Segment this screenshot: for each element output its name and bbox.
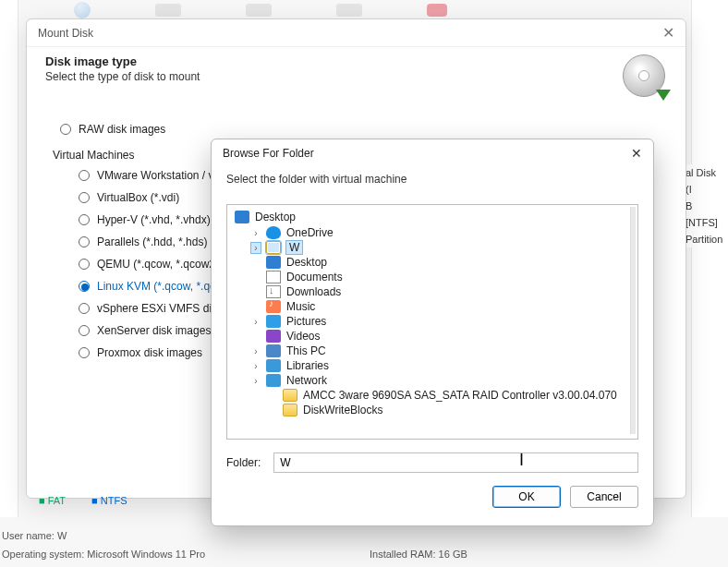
tree-root-label: Desktop bbox=[255, 211, 296, 223]
tree-item[interactable]: ›OneDrive bbox=[251, 225, 630, 240]
tree-item-label: Music bbox=[286, 300, 315, 313]
browse-folder-dialog: Browse For Folder ✕ Select the folder wi… bbox=[211, 139, 654, 526]
radio-icon bbox=[79, 325, 90, 336]
radio-xen-label: XenServer disk images bbox=[97, 324, 211, 337]
tree-item[interactable]: Videos bbox=[251, 329, 630, 344]
tree-item[interactable]: Desktop bbox=[251, 255, 630, 270]
user-value: W bbox=[57, 530, 67, 541]
tree-item[interactable]: DiskWriteBlocks bbox=[251, 403, 630, 417]
drive-icon bbox=[246, 4, 272, 17]
cancel-button[interactable]: Cancel bbox=[570, 486, 638, 508]
right-cropped-info: al Disk (I B [NTFS] Partition bbox=[686, 164, 724, 247]
radio-qemu-label: QEMU (*.qcow, *.qcow2, bbox=[97, 258, 218, 271]
tree-item-label: Network bbox=[286, 374, 327, 387]
bg-right-strip bbox=[691, 0, 728, 517]
scrollbar[interactable] bbox=[630, 207, 636, 434]
tree-item[interactable]: ›Libraries bbox=[251, 358, 630, 373]
mount-header: Disk image type Select the type of disk … bbox=[27, 47, 686, 112]
tree-item-label: Pictures bbox=[286, 315, 326, 328]
tree-item[interactable]: ›Network bbox=[251, 373, 630, 388]
tree-item[interactable]: Downloads bbox=[251, 284, 630, 299]
tree-item-label: Libraries bbox=[286, 359, 329, 372]
down-icon bbox=[266, 285, 281, 298]
browse-instruction: Select the folder with virtual machine bbox=[212, 167, 653, 195]
legend-ntfs: NTFS bbox=[101, 495, 127, 506]
tree-item[interactable]: Documents bbox=[251, 270, 630, 284]
tree-item-label: This PC bbox=[286, 344, 326, 357]
radio-icon bbox=[79, 281, 90, 292]
tree-item[interactable]: AMCC 3ware 9690SA SAS_SATA RAID Controll… bbox=[251, 388, 630, 403]
radio-icon bbox=[79, 236, 90, 247]
radio-vmware-label: VMware Workstation / vS bbox=[97, 169, 221, 182]
radio-icon bbox=[79, 192, 90, 203]
drive-icon bbox=[155, 4, 181, 17]
drive-icon bbox=[336, 4, 362, 17]
status-ram: Installed RAM: 16 GB bbox=[370, 549, 467, 560]
close-icon[interactable]: ✕ bbox=[662, 19, 674, 47]
tree-item[interactable]: ›Pictures bbox=[251, 314, 630, 329]
tree-item[interactable]: ›W bbox=[251, 240, 630, 255]
arrow-down-icon bbox=[656, 90, 671, 101]
radio-raw[interactable]: RAW disk images bbox=[60, 123, 652, 136]
chevron-right-icon[interactable]: › bbox=[251, 317, 261, 327]
legend-row: ■ FAT ■ NTFS bbox=[39, 495, 127, 506]
radio-icon bbox=[79, 347, 90, 358]
tree-item[interactable]: ›This PC bbox=[251, 344, 630, 358]
folder-icon bbox=[266, 241, 281, 254]
lib-icon bbox=[266, 359, 281, 372]
mount-subheading: Select the type of disk to mount bbox=[45, 70, 200, 83]
user-label: User name: bbox=[2, 530, 55, 541]
toolbar-faded bbox=[74, 2, 447, 18]
radio-parallels-label: Parallels (*.hdd, *.hds) bbox=[97, 235, 207, 248]
radio-icon bbox=[60, 124, 71, 135]
browse-titlebar[interactable]: Browse For Folder ✕ bbox=[212, 139, 653, 167]
pic-icon bbox=[266, 315, 281, 328]
radio-hyperv-label: Hyper-V (*.vhd, *.vhdx) bbox=[97, 213, 211, 226]
right-line1: al Disk (I bbox=[686, 164, 724, 198]
music-icon bbox=[266, 300, 281, 313]
status-user: User name: W bbox=[2, 530, 67, 541]
chevron-right-icon[interactable]: › bbox=[251, 346, 261, 356]
mount-window-title: Mount Disk bbox=[38, 19, 93, 47]
desktop-icon bbox=[235, 211, 249, 223]
folder-icon bbox=[283, 404, 297, 416]
close-icon[interactable]: ✕ bbox=[631, 146, 642, 161]
chevron-right-icon[interactable]: › bbox=[251, 361, 261, 371]
net-icon bbox=[266, 374, 281, 387]
tree-item-label: Videos bbox=[286, 330, 320, 343]
vid-icon bbox=[266, 330, 281, 343]
chevron-right-icon[interactable]: › bbox=[251, 376, 261, 386]
docs-icon bbox=[266, 271, 281, 284]
radio-raw-label: RAW disk images bbox=[79, 123, 165, 136]
tree-root-desktop[interactable]: Desktop bbox=[235, 209, 630, 225]
tree-item-label: W bbox=[286, 241, 302, 254]
pc-icon bbox=[266, 344, 281, 357]
tree-item-label: OneDrive bbox=[286, 226, 334, 239]
radio-icon bbox=[79, 259, 90, 270]
tree-item-label: AMCC 3ware 9690SA SAS_SATA RAID Controll… bbox=[303, 389, 617, 402]
chevron-right-icon[interactable]: › bbox=[251, 228, 261, 238]
ok-button[interactable]: OK bbox=[492, 486, 561, 508]
folder-label: Folder: bbox=[226, 456, 261, 469]
tree-item[interactable]: Music bbox=[251, 299, 630, 314]
chevron-right-icon[interactable]: › bbox=[251, 243, 261, 253]
disc-icon bbox=[623, 54, 667, 99]
tree-item-label: Downloads bbox=[286, 285, 341, 298]
ram-label: Installed RAM: bbox=[370, 549, 436, 560]
ram-value: 16 GB bbox=[439, 549, 467, 560]
folder-icon bbox=[283, 389, 297, 402]
red-badge-icon bbox=[427, 4, 447, 17]
os-label: Operating system: bbox=[2, 549, 84, 560]
folder-input[interactable] bbox=[273, 452, 638, 473]
tree-item-label: DiskWriteBlocks bbox=[303, 404, 382, 416]
status-os: Operating system: Microsoft Windows 11 P… bbox=[2, 549, 205, 560]
onedrive-icon bbox=[266, 226, 281, 239]
tree-item-label: Documents bbox=[286, 271, 343, 284]
mount-titlebar[interactable]: Mount Disk ✕ bbox=[27, 19, 686, 47]
folder-tree[interactable]: Desktop ›OneDrive›WDesktopDocumentsDownl… bbox=[226, 204, 638, 440]
tree-item-label: Desktop bbox=[286, 256, 327, 269]
desktop-icon bbox=[266, 256, 281, 269]
right-line2: B [NTFS] bbox=[686, 198, 724, 231]
right-line3: Partition bbox=[686, 231, 724, 247]
mount-heading: Disk image type bbox=[45, 54, 200, 68]
